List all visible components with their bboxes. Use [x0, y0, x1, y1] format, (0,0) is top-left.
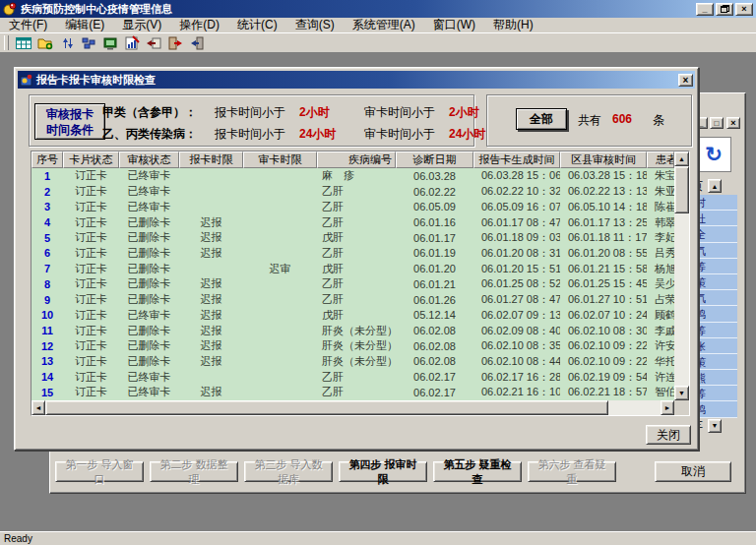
step-button-6[interactable]: 第六步 查看疑重: [528, 461, 616, 482]
menu-item-1[interactable]: 编辑(E): [56, 17, 113, 33]
cell: 06.01.26: [396, 294, 473, 306]
toolbar-button-terminal[interactable]: [99, 34, 121, 52]
cell: 订正卡: [63, 184, 119, 199]
menu-item-8[interactable]: 帮助(H): [484, 17, 542, 33]
menu-item-0[interactable]: 文件(F): [0, 17, 56, 33]
category-label: 甲类（含参甲）：: [102, 104, 215, 121]
toolbar-button-chart-edit[interactable]: [121, 34, 143, 52]
menu-item-2[interactable]: 显示(V): [113, 17, 170, 33]
side-scroll-down-icon[interactable]: ▼: [708, 419, 722, 433]
toolbar-button-sort-filter[interactable]: [56, 34, 78, 52]
scrollbar-corner: [674, 400, 689, 415]
column-header-6[interactable]: 诊断日期: [396, 151, 473, 168]
time-condition-button[interactable]: 审核报卡 时间条件: [34, 103, 105, 140]
table-row[interactable]: 15订正卡已终审卡迟报乙肝06.02.1706.02.21 16：1006.02…: [32, 385, 689, 400]
toolbar-button-grid-table[interactable]: [13, 34, 34, 52]
step-button-5[interactable]: 第五步 疑重检查: [433, 461, 522, 482]
toolbar-button-arrange-cards[interactable]: [78, 34, 99, 52]
side-scroll-up-icon[interactable]: ▲: [708, 179, 722, 193]
step-button-4[interactable]: 第四步 报审时限: [339, 461, 427, 482]
cell: 乙肝: [317, 200, 396, 214]
column-header-0[interactable]: 序号: [32, 151, 63, 168]
toolbar-button-open-folder[interactable]: [34, 34, 56, 52]
table-row[interactable]: 8订正卡已删除卡迟报乙肝06.01.2106.01.25 08：5206.01.…: [32, 276, 689, 292]
table-row[interactable]: 9订正卡已删除卡迟报乙肝06.01.2606.01.27 08：4706.01.…: [32, 292, 689, 308]
table-row[interactable]: 1订正卡已终审卡麻 疹06.03.2806.03.28 15：0606.03.2…: [32, 168, 689, 184]
menu-item-7[interactable]: 窗口(W): [424, 17, 484, 33]
cell: 订正卡: [63, 385, 119, 399]
main-titlebar: 疾病预防控制中心疫情管理信息 _ ×: [0, 0, 756, 18]
cell: 06.02.07 09：13: [473, 308, 560, 323]
scroll-up-icon[interactable]: ▲: [674, 151, 689, 166]
table-row[interactable]: 12订正卡已删除卡迟报肝炎（未分型）06.02.0806.02.10 08：35…: [32, 338, 689, 354]
toolbar-button-export-door[interactable]: [164, 34, 186, 52]
table-row[interactable]: 13订正卡已删除卡迟报肝炎（未分型）06.02.0806.02.10 08：44…: [32, 354, 689, 370]
table-row[interactable]: 7订正卡已删除卡迟审戊肝06.01.2006.01.20 15：5106.01.…: [32, 261, 689, 276]
cell: 14: [32, 371, 63, 383]
dialog-close-icon[interactable]: ×: [678, 74, 693, 87]
close-button[interactable]: ×: [735, 3, 753, 16]
table-row[interactable]: 2订正卡已终审卡乙肝06.02.2206.02.22 10：3206.02.22…: [32, 184, 689, 200]
table-row[interactable]: 4订正卡已删除卡迟报乙肝06.01.1606.01.17 08：4706.01.…: [32, 214, 689, 230]
cell: 已终审卡: [119, 385, 179, 399]
column-header-3[interactable]: 报卡时限: [179, 151, 243, 168]
column-header-1[interactable]: 卡片状态: [63, 151, 119, 168]
cell: 06.01.20 08：55: [560, 246, 647, 261]
scroll-down-icon[interactable]: ▼: [674, 386, 689, 400]
toolbar-button-import-card[interactable]: [143, 34, 164, 52]
menu-item-3[interactable]: 操作(D): [170, 17, 228, 33]
table-row[interactable]: 14订正卡已终审卡乙肝06.02.1706.02.17 16：2806.02.1…: [32, 369, 689, 385]
table-row[interactable]: 11订正卡已删除卡迟报肝炎（未分型）06.02.0806.02.09 08：40…: [32, 323, 689, 338]
cell: 已删除卡: [119, 262, 179, 276]
column-header-5[interactable]: 疾病编号: [317, 151, 396, 168]
dialog-close-action-button[interactable]: 关闭: [646, 425, 691, 445]
scroll-left-icon[interactable]: ◄: [32, 400, 45, 415]
step-button-1[interactable]: 第一步 导入窗口: [55, 461, 144, 482]
cell: 已删除卡: [119, 215, 179, 230]
menu-item-6[interactable]: 系统管理(A): [344, 17, 424, 33]
toolbar-grip[interactable]: [4, 35, 9, 50]
refresh-tile-button[interactable]: ↻: [696, 137, 731, 172]
cell: 吕秀: [647, 246, 674, 261]
cell: 已删除卡: [119, 324, 179, 338]
step-button-2[interactable]: 第二步 数据整理: [150, 461, 238, 482]
table-row[interactable]: 6订正卡已删除卡迟报乙肝06.01.1906.01.20 08：3106.01.…: [32, 246, 689, 262]
restore-button[interactable]: [716, 3, 733, 16]
column-header-8[interactable]: 区县审核时间: [560, 151, 647, 168]
column-header-9[interactable]: 患者: [647, 151, 674, 168]
cancel-button[interactable]: 取消: [655, 461, 731, 482]
all-button[interactable]: 全部: [516, 108, 567, 130]
cell: 06.02.10 09：22: [560, 354, 647, 369]
h-scroll-thumb[interactable]: [45, 400, 608, 415]
toolbar-button-exit-app[interactable]: [186, 34, 208, 52]
cell: 7: [32, 263, 63, 274]
menu-item-4[interactable]: 统计(C): [228, 17, 286, 33]
cell: 06.02.10 09：22: [560, 338, 647, 353]
step-button-3[interactable]: 第三步 导入数据库: [244, 461, 333, 482]
stepper-maximize-button[interactable]: □: [710, 117, 724, 129]
cell: 占荣: [647, 292, 674, 307]
table-row[interactable]: 3订正卡已终审卡乙肝06.05.0906.05.09 16：0706.05.10…: [32, 199, 689, 214]
column-header-4[interactable]: 审卡时限: [243, 151, 317, 168]
horizontal-scrollbar[interactable]: ◄ ►: [32, 400, 674, 415]
cell: 许连: [647, 370, 674, 385]
cell: 06.01.20 15：51: [473, 262, 560, 276]
cell: 已终审卡: [119, 184, 179, 199]
condition-group: 审核报卡 时间条件 甲类（含参甲）：报卡时间小于2小时审卡时间小于2小时乙、丙类…: [29, 94, 474, 147]
column-header-2[interactable]: 审核状态: [119, 151, 179, 168]
cell: 已删除卡: [119, 230, 179, 245]
vertical-scrollbar[interactable]: ▲ ▼: [674, 151, 689, 400]
stepper-close-button[interactable]: ×: [726, 117, 740, 129]
table-row[interactable]: 10订正卡已终审卡迟报戊肝05.12.1406.02.07 09：1306.02…: [32, 307, 689, 323]
cell: 迟报: [179, 338, 243, 353]
table-row[interactable]: 5订正卡已删除卡迟报戊肝06.01.1706.01.18 09：0306.01.…: [32, 230, 689, 246]
minimize-button[interactable]: _: [696, 3, 714, 16]
v-scroll-thumb[interactable]: [674, 166, 689, 213]
cell: 乙肝: [317, 184, 396, 199]
scroll-right-icon[interactable]: ►: [661, 400, 674, 415]
menu-item-5[interactable]: 查询(S): [286, 17, 344, 33]
cell: 订正卡: [63, 276, 119, 291]
column-header-7[interactable]: 报告卡生成时间: [473, 151, 560, 168]
exit-app-icon: [189, 35, 205, 51]
arrange-cards-icon: [81, 35, 96, 51]
